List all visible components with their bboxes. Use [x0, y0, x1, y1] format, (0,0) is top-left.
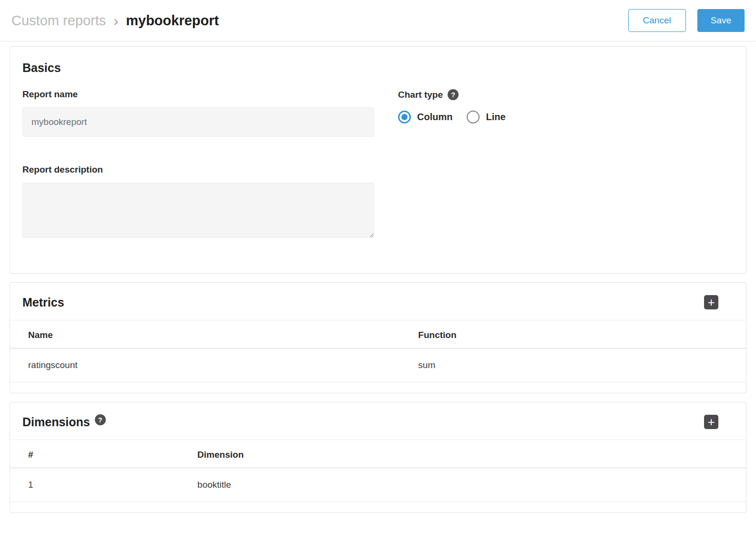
dimensions-table-row[interactable]: 1 booktitle	[10, 468, 746, 502]
metrics-table-header-row: Name Function	[10, 320, 746, 348]
metrics-table: Name Function ratingscount sum	[10, 320, 746, 382]
chevron-right-icon: ›	[113, 13, 118, 28]
add-dimension-button[interactable]: +	[704, 415, 718, 429]
breadcrumb-current: mybookreport	[126, 13, 219, 29]
dimensions-card: Dimensions ? + # Dimension 1 booktitle	[10, 402, 746, 513]
dimensions-header: Dimensions ? +	[10, 402, 746, 440]
dimensions-help-icon[interactable]: ?	[95, 414, 106, 425]
metrics-column-function: Function	[400, 320, 746, 348]
breadcrumb: Custom reports › mybookreport	[11, 13, 219, 29]
header-actions: Cancel Save	[628, 9, 745, 32]
dimensions-column-number: #	[10, 440, 179, 468]
save-button[interactable]: Save	[697, 9, 745, 32]
add-metric-button[interactable]: +	[704, 295, 718, 309]
basics-title: Basics	[22, 61, 734, 75]
report-description-label: Report description	[22, 164, 374, 175]
metric-function-cell: sum	[400, 348, 746, 382]
chart-type-radio-group: Column Line	[398, 111, 506, 123]
cancel-button[interactable]: Cancel	[628, 9, 686, 32]
dimensions-column-dimension: Dimension	[179, 440, 746, 468]
radio-label-column: Column	[417, 112, 452, 123]
chart-type-line-radio[interactable]: Line	[467, 111, 505, 123]
radio-unselected-icon	[467, 111, 480, 123]
metrics-title: Metrics	[22, 296, 64, 309]
chart-type-column-radio[interactable]: Column	[398, 111, 452, 123]
basics-left-column: Report name Report description	[22, 89, 374, 240]
chart-type-label: Chart type	[398, 90, 443, 100]
dimensions-title: Dimensions	[22, 415, 90, 429]
dimensions-table: # Dimension 1 booktitle	[10, 440, 746, 502]
basics-grid: Report name Report description Chart typ…	[22, 89, 734, 240]
page-header: Custom reports › mybookreport Cancel Sav…	[0, 0, 756, 41]
metrics-column-name: Name	[10, 320, 400, 348]
dimension-name-cell: booktitle	[179, 468, 746, 502]
basics-right-column: Chart type ? Column Line	[398, 89, 506, 240]
metrics-card: Metrics + Name Function ratingscount sum	[10, 282, 746, 393]
dimensions-table-header-row: # Dimension	[10, 440, 746, 468]
metrics-table-row[interactable]: ratingscount sum	[10, 348, 746, 382]
metric-name-cell: ratingscount	[10, 348, 400, 382]
chart-type-label-row: Chart type ?	[398, 89, 506, 100]
radio-selected-icon	[398, 111, 411, 123]
metrics-header: Metrics +	[10, 283, 746, 320]
basics-card: Basics Report name Report description Ch…	[10, 46, 746, 274]
main-content: Basics Report name Report description Ch…	[0, 41, 756, 521]
radio-label-line: Line	[486, 112, 505, 123]
report-name-label: Report name	[22, 89, 374, 100]
breadcrumb-parent-link[interactable]: Custom reports	[11, 13, 106, 29]
dimension-number-cell: 1	[10, 468, 179, 502]
report-name-input[interactable]	[22, 107, 374, 137]
help-icon[interactable]: ?	[448, 89, 459, 100]
metrics-title-wrap: Metrics	[22, 296, 64, 309]
dimensions-title-wrap: Dimensions ?	[22, 415, 106, 429]
report-description-input[interactable]	[22, 183, 374, 238]
